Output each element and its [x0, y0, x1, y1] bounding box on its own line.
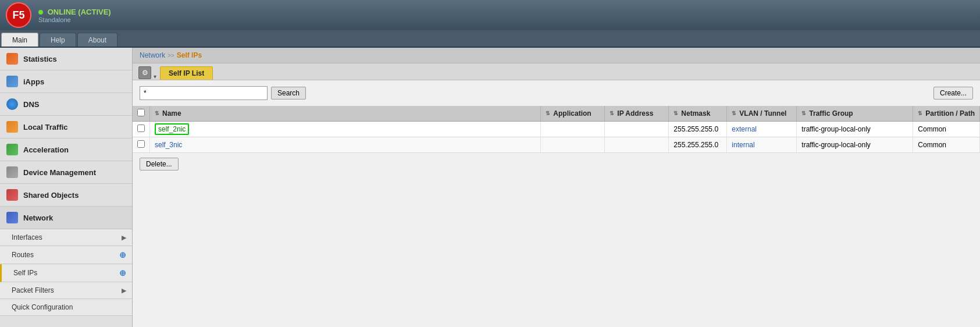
content-area: Network >> Self IPs ⚙ ▾ Self IP List Sea… — [133, 48, 980, 327]
row-ip-cell — [605, 137, 669, 153]
row-app-cell — [541, 122, 605, 137]
breadcrumb: Network >> Self IPs — [133, 48, 980, 63]
row-vlan-link[interactable]: external — [732, 125, 757, 133]
th-ip-address[interactable]: ⇅IP Address — [605, 106, 669, 122]
sidebar-item-shared-objects[interactable]: Shared Objects — [0, 184, 132, 207]
row-partition-cell: Common — [913, 122, 980, 137]
sidebar-item-iapps[interactable]: iApps — [0, 70, 132, 93]
submenu-packet-filters-label: Packet Filters — [12, 286, 54, 294]
tab-about[interactable]: About — [77, 33, 117, 47]
sidebar-item-dns[interactable]: DNS — [0, 93, 132, 116]
row-checkbox-cell[interactable] — [133, 122, 150, 137]
breadcrumb-network[interactable]: Network — [140, 51, 165, 59]
gear-button[interactable]: ⚙ — [138, 66, 151, 79]
select-all-checkbox[interactable] — [137, 109, 145, 116]
row-name-cell: self_2nic — [150, 122, 541, 137]
delete-button[interactable]: Delete... — [140, 158, 179, 170]
row-tg-cell: traffic-group-local-only — [797, 122, 913, 137]
tab-arrow[interactable]: ▾ — [154, 73, 156, 80]
f5-logo: F5 — [6, 2, 31, 28]
submenu-interfaces-arrow: ▶ — [122, 234, 126, 241]
row-checkbox[interactable] — [137, 125, 145, 132]
iapps-icon — [6, 75, 19, 88]
sidebar-item-statistics[interactable]: Statistics — [0, 48, 132, 70]
sidebar-item-device-mgmt-label: Device Management — [23, 168, 96, 177]
content-tabs: ⚙ ▾ Self IP List — [133, 63, 980, 80]
search-bar: Search Create... — [133, 80, 980, 106]
search-left: Search — [140, 86, 306, 100]
breadcrumb-separator: >> — [168, 52, 174, 59]
main-layout: Statistics iApps DNS Local Traffic Accel — [0, 48, 980, 327]
device-mgmt-icon — [6, 166, 19, 179]
submenu-item-interfaces[interactable]: Interfaces ▶ — [0, 229, 132, 246]
submenu-quick-config-label: Quick Configuration — [12, 303, 73, 311]
sidebar-item-statistics-label: Statistics — [23, 55, 57, 63]
table-header-row: ⇅Name ⇅Application ⇅IP Address ⇅Netmask … — [133, 106, 980, 122]
status-standalone: Standalone — [38, 16, 111, 23]
table-row: self_2nic 255.255.255.0 external traffic… — [133, 122, 980, 137]
row-netmask-cell: 255.255.255.0 — [669, 137, 727, 153]
status-dot — [38, 10, 43, 15]
self-ip-table: ⇅Name ⇅Application ⇅IP Address ⇅Netmask … — [133, 106, 980, 153]
acceleration-icon — [6, 143, 19, 156]
self-ip-list-tab[interactable]: Self IP List — [160, 66, 213, 80]
nav-tabs: Main Help About — [0, 30, 980, 48]
submenu-interfaces-label: Interfaces — [12, 233, 42, 241]
statistics-icon — [6, 52, 19, 65]
submenu-routes-label: Routes — [12, 251, 34, 259]
sidebar-item-device-management[interactable]: Device Management — [0, 161, 132, 184]
sidebar-item-network[interactable]: Network — [0, 207, 132, 229]
submenu-packet-filters-arrow: ▶ — [122, 287, 126, 294]
th-partition[interactable]: ⇅Partition / Path — [913, 106, 980, 122]
breadcrumb-current: Self IPs — [177, 51, 202, 59]
submenu-routes-plus: ⊕ — [119, 250, 126, 260]
submenu-selfips-plus: ⊕ — [119, 268, 126, 278]
submenu-item-quick-config[interactable]: Quick Configuration — [0, 299, 132, 316]
status-online: ONLINE (ACTIVE) — [38, 8, 111, 16]
search-button[interactable]: Search — [271, 87, 306, 99]
row-checkbox[interactable] — [137, 140, 145, 148]
submenu-item-routes[interactable]: Routes ⊕ — [0, 246, 132, 264]
table-row: self_3nic 255.255.255.0 internal traffic… — [133, 137, 980, 153]
th-checkbox[interactable] — [133, 106, 150, 122]
local-traffic-icon — [6, 120, 19, 133]
sidebar-item-acceleration-label: Acceleration — [23, 145, 69, 154]
sidebar-item-local-traffic[interactable]: Local Traffic — [0, 116, 132, 138]
row-name-link[interactable]: self_2nic — [155, 123, 189, 135]
sidebar-item-network-label: Network — [23, 214, 53, 222]
th-application[interactable]: ⇅Application — [541, 106, 605, 122]
row-tg-cell: traffic-group-local-only — [797, 137, 913, 153]
sidebar: Statistics iApps DNS Local Traffic Accel — [0, 48, 133, 327]
sidebar-item-dns-label: DNS — [23, 100, 39, 109]
submenu-item-packet-filters[interactable]: Packet Filters ▶ — [0, 282, 132, 299]
sidebar-item-shared-label: Shared Objects — [23, 191, 79, 200]
network-icon — [6, 211, 19, 224]
row-vlan-cell: internal — [727, 137, 797, 153]
submenu-item-self-ips[interactable]: Self IPs ⊕ — [0, 264, 132, 282]
row-ip-cell — [605, 122, 669, 137]
dns-icon — [6, 98, 19, 111]
top-header: F5 ONLINE (ACTIVE) Standalone — [0, 0, 980, 30]
sidebar-item-acceleration[interactable]: Acceleration — [0, 138, 132, 161]
sidebar-item-local-traffic-label: Local Traffic — [23, 123, 68, 131]
network-section: Network Interfaces ▶ Routes ⊕ Self IPs ⊕… — [0, 207, 132, 316]
submenu-selfips-label: Self IPs — [13, 269, 37, 277]
sidebar-item-iapps-label: iApps — [23, 77, 44, 86]
search-input[interactable] — [140, 86, 268, 100]
th-traffic-group[interactable]: ⇅Traffic Group — [797, 106, 913, 122]
th-vlan[interactable]: ⇅VLAN / Tunnel — [727, 106, 797, 122]
shared-icon — [6, 189, 19, 201]
create-button[interactable]: Create... — [933, 87, 973, 99]
row-name-cell: self_3nic — [150, 137, 541, 153]
row-vlan-cell: external — [727, 122, 797, 137]
th-name[interactable]: ⇅Name — [150, 106, 541, 122]
row-app-cell — [541, 137, 605, 153]
th-netmask[interactable]: ⇅Netmask — [669, 106, 727, 122]
header-status: ONLINE (ACTIVE) Standalone — [38, 8, 111, 23]
row-name-link[interactable]: self_3nic — [155, 141, 182, 149]
tab-main[interactable]: Main — [1, 33, 38, 47]
row-vlan-link[interactable]: internal — [732, 141, 754, 149]
row-checkbox-cell[interactable] — [133, 137, 150, 153]
tab-help[interactable]: Help — [40, 33, 76, 47]
row-partition-cell: Common — [913, 137, 980, 153]
